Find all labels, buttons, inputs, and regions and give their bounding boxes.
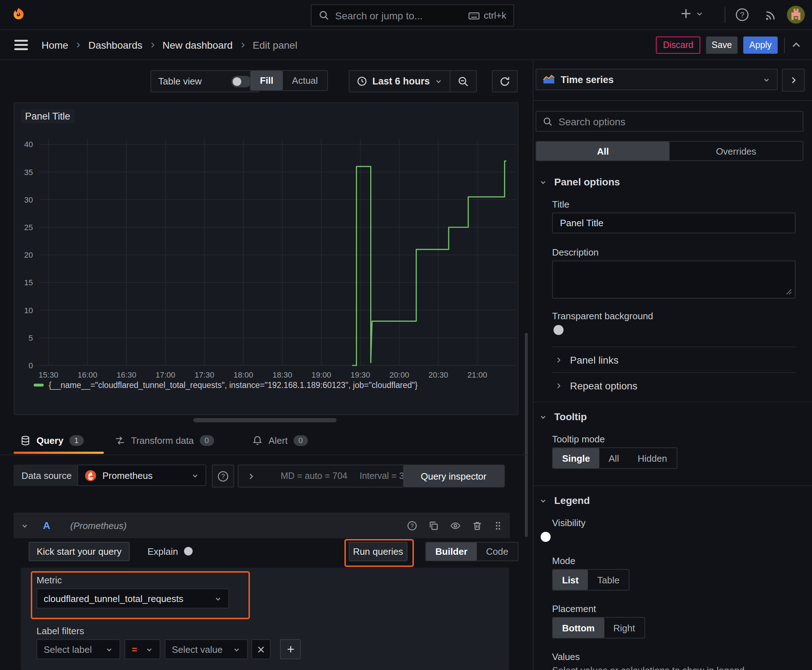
- query-inspector-button[interactable]: Query inspector: [403, 465, 504, 487]
- run-queries-button[interactable]: Run queries: [349, 542, 407, 561]
- legend-mode-group: List Table: [552, 569, 629, 590]
- viz-picker[interactable]: Time series: [536, 69, 778, 90]
- chart-legend[interactable]: {__name__="cloudflared_tunnel_total_requ…: [34, 381, 417, 389]
- legend-values-label: Values: [552, 651, 580, 662]
- discard-button[interactable]: Discard: [656, 37, 700, 54]
- metric-select[interactable]: cloudflared_tunnel_total_requests: [37, 589, 229, 608]
- breadcrumb-home[interactable]: Home: [42, 39, 68, 51]
- tab-transform[interactable]: Transform data 0: [115, 427, 214, 453]
- save-button[interactable]: Save: [706, 37, 737, 54]
- datasource-picker[interactable]: Prometheus: [77, 465, 206, 486]
- timeseries-chart[interactable]: 051015202530354015:3016:0016:3017:0017:3…: [14, 103, 518, 415]
- duplicate-query-icon[interactable]: [428, 520, 439, 531]
- datasource-label-text: Data source: [22, 470, 71, 481]
- title-field-label: Title: [552, 199, 569, 210]
- add-filter-button[interactable]: [280, 639, 301, 659]
- menu-toggle-icon[interactable]: [14, 39, 28, 51]
- breadcrumb-new-dashboard[interactable]: New dashboard: [163, 39, 233, 51]
- fit-fill-option[interactable]: Fill: [251, 71, 283, 90]
- chevron-down-icon: [233, 645, 241, 653]
- filter-value-placeholder: Select value: [172, 644, 223, 655]
- svg-text:0: 0: [29, 361, 33, 370]
- editor-mode-code[interactable]: Code: [477, 543, 518, 560]
- chevron-down-icon: [539, 413, 547, 421]
- tab-query[interactable]: Query 1: [20, 427, 83, 453]
- search-options-input[interactable]: Search options: [536, 111, 804, 132]
- horizontal-scrollbar-thumb[interactable]: [193, 418, 337, 422]
- news-rss-icon[interactable]: [763, 8, 778, 22]
- avatar[interactable]: [787, 6, 805, 24]
- kick-start-query-button[interactable]: Kick start your query: [29, 542, 130, 561]
- refresh-button[interactable]: [492, 70, 518, 92]
- query-ref-id[interactable]: A: [43, 520, 50, 531]
- tab-alert[interactable]: Alert 0: [252, 427, 308, 453]
- database-icon: [20, 435, 31, 446]
- section-legend[interactable]: Legend: [539, 495, 590, 506]
- query-row-header[interactable]: A (Prometheus) ?: [14, 513, 510, 538]
- time-range-picker[interactable]: Last 6 hours: [349, 71, 450, 91]
- global-search[interactable]: Search or jump to... ctrl+k: [311, 4, 514, 27]
- filter-operator-select[interactable]: =: [125, 639, 160, 659]
- delete-query-icon[interactable]: [472, 520, 483, 531]
- help-icon[interactable]: ?: [735, 7, 750, 22]
- search-shortcut: ctrl+k: [484, 10, 506, 21]
- search-icon: [319, 10, 329, 21]
- tooltip-mode-all[interactable]: All: [599, 448, 628, 468]
- svg-text:15:30: 15:30: [39, 371, 58, 379]
- svg-text:17:00: 17:00: [156, 371, 175, 379]
- grafana-logo-icon[interactable]: [10, 7, 27, 24]
- section-repeat-options[interactable]: Repeat options: [555, 377, 637, 395]
- breadcrumb-dashboards[interactable]: Dashboards: [88, 39, 142, 51]
- table-view-toggle[interactable]: [231, 76, 251, 87]
- legend-placement-right[interactable]: Right: [604, 618, 644, 638]
- datasource-help-button[interactable]: ?: [212, 465, 234, 487]
- remove-filter-button[interactable]: [251, 639, 271, 659]
- table-view-label: Table view: [158, 76, 202, 86]
- editor-mode-builder[interactable]: Builder: [426, 543, 477, 560]
- chevron-down-icon: [435, 77, 443, 85]
- search-placeholder: Search or jump to...: [335, 10, 422, 21]
- legend-mode-list[interactable]: List: [553, 570, 588, 590]
- chevron-down-icon: [145, 645, 153, 653]
- resize-handle-icon[interactable]: [785, 288, 792, 295]
- section-tooltip[interactable]: Tooltip: [539, 411, 587, 422]
- drag-handle-icon[interactable]: [493, 520, 503, 531]
- metric-value: cloudflared_tunnel_total_requests: [44, 593, 183, 604]
- chevron-down-icon[interactable]: [21, 521, 29, 530]
- bell-icon: [252, 435, 263, 446]
- tab-transform-count: 0: [199, 435, 214, 446]
- options-tabs: All Overrides: [536, 141, 804, 161]
- svg-text:19:00: 19:00: [312, 371, 331, 379]
- description-textarea[interactable]: [552, 261, 795, 298]
- options-tab-all[interactable]: All: [536, 142, 670, 160]
- svg-text:10: 10: [24, 306, 33, 315]
- actions-divider: [784, 37, 785, 53]
- svg-text:25: 25: [24, 223, 33, 232]
- svg-text:?: ?: [740, 10, 744, 19]
- add-menu-button[interactable]: [679, 7, 704, 21]
- title-field-input[interactable]: Panel Title: [552, 213, 795, 233]
- filter-label-select[interactable]: Select label: [37, 639, 120, 659]
- section-panel-options[interactable]: Panel options: [539, 176, 620, 188]
- section-panel-links[interactable]: Panel links: [555, 351, 618, 369]
- toggle-visibility-icon[interactable]: [450, 520, 461, 531]
- collapse-pane-button[interactable]: [782, 69, 805, 91]
- query-help-icon[interactable]: ?: [407, 520, 417, 531]
- section-divider: [534, 401, 812, 402]
- legend-placement-bottom[interactable]: Bottom: [553, 618, 604, 638]
- apply-button[interactable]: Apply: [743, 37, 778, 54]
- zoom-out-button[interactable]: [450, 71, 476, 91]
- tooltip-mode-hidden[interactable]: Hidden: [628, 448, 676, 468]
- collapse-up-icon[interactable]: [790, 39, 802, 51]
- options-tab-overrides[interactable]: Overrides: [670, 142, 803, 160]
- legend-mode-table[interactable]: Table: [588, 570, 629, 590]
- tooltip-mode-single[interactable]: Single: [553, 448, 599, 468]
- chevron-down-icon: [214, 594, 222, 602]
- chevron-down-icon: [191, 471, 199, 479]
- legend-placement-label: Placement: [552, 604, 596, 614]
- svg-text:20:00: 20:00: [390, 371, 409, 379]
- expand-options-icon[interactable]: [247, 472, 255, 480]
- tab-alert-count: 0: [293, 435, 308, 446]
- filter-value-select[interactable]: Select value: [165, 639, 248, 659]
- fit-actual-option[interactable]: Actual: [283, 71, 327, 90]
